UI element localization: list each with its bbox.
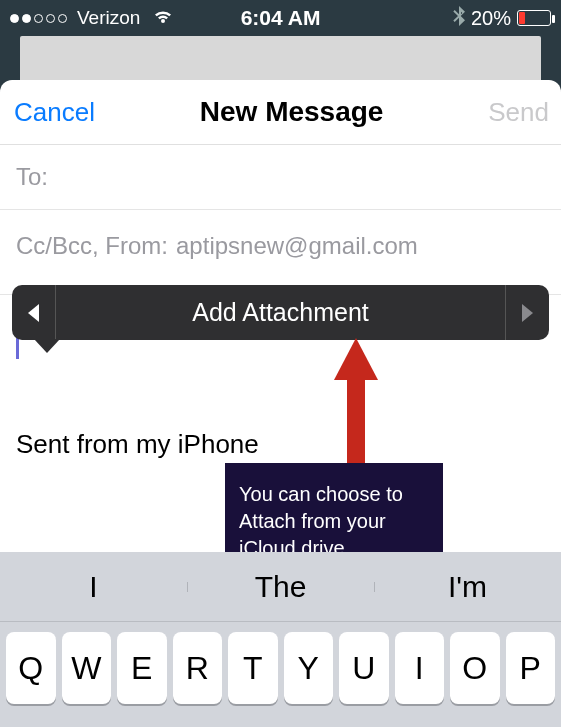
keyboard: I The I'm Q W E R T Y U I O P [0, 552, 561, 727]
send-button[interactable]: Send [488, 97, 549, 128]
context-prev-button[interactable] [12, 285, 56, 340]
annotation-arrow [343, 338, 369, 476]
key-e[interactable]: E [117, 632, 167, 704]
prediction-suggestion[interactable]: I'm [374, 570, 561, 604]
chevron-left-icon [28, 304, 39, 322]
arrow-up-icon [334, 338, 378, 380]
chevron-right-icon [522, 304, 533, 322]
context-next-button[interactable] [505, 285, 549, 340]
key-w[interactable]: W [62, 632, 112, 704]
key-y[interactable]: Y [284, 632, 334, 704]
context-menu: Add Attachment [12, 285, 549, 340]
from-value: aptipsnew@gmail.com [176, 232, 418, 260]
to-row[interactable]: To: [0, 145, 561, 210]
battery-icon [517, 10, 551, 26]
ccbcc-label: Cc/Bcc, From: [16, 232, 168, 260]
signature-text: Sent from my iPhone [16, 429, 545, 460]
key-row: Q W E R T Y U I O P [0, 622, 561, 704]
key-q[interactable]: Q [6, 632, 56, 704]
sheet-header: Cancel New Message Send [0, 80, 561, 145]
key-t[interactable]: T [228, 632, 278, 704]
add-attachment-button[interactable]: Add Attachment [56, 298, 505, 327]
key-o[interactable]: O [450, 632, 500, 704]
sheet-title: New Message [95, 96, 488, 128]
cancel-button[interactable]: Cancel [14, 97, 95, 128]
clock: 6:04 AM [0, 6, 561, 30]
battery-fill [519, 12, 525, 24]
to-label: To: [16, 163, 48, 191]
key-r[interactable]: R [173, 632, 223, 704]
background-strip [20, 36, 541, 81]
prediction-suggestion[interactable]: I [0, 570, 187, 604]
key-p[interactable]: P [506, 632, 556, 704]
key-u[interactable]: U [339, 632, 389, 704]
prediction-suggestion[interactable]: The [187, 570, 374, 604]
screen: Verizon 6:04 AM 20% Cancel New Message S… [0, 0, 561, 727]
status-bar: Verizon 6:04 AM 20% [0, 0, 561, 36]
prediction-row: I The I'm [0, 552, 561, 622]
key-i[interactable]: I [395, 632, 445, 704]
context-menu-tail [34, 339, 60, 353]
ccbcc-from-row[interactable]: Cc/Bcc, From: aptipsnew@gmail.com [0, 210, 561, 295]
